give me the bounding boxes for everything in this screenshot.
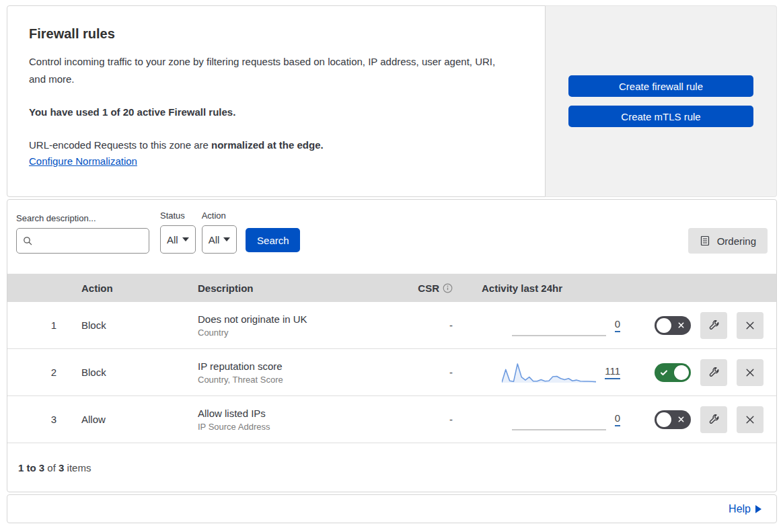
pagination-summary: 1 to 3 of 3 items (7, 443, 776, 492)
intro-card: Firewall rules Control incoming traffic … (7, 5, 546, 197)
rule-priority: 2 (7, 367, 68, 378)
action-filter-group: Action All (202, 211, 237, 254)
action-label: Action (202, 211, 237, 221)
rule-description-cell: Does not originate in UK Country (198, 313, 404, 338)
x-icon (677, 416, 685, 423)
header-activity: Activity last 24hr (472, 282, 626, 294)
ordering-button[interactable]: Ordering (688, 228, 768, 254)
create-firewall-rule-button[interactable]: Create firewall rule (568, 75, 753, 97)
rule-description: Does not originate in UK (198, 313, 404, 325)
edit-rule-button[interactable] (700, 359, 727, 386)
table-row: 2 Block IP reputation score Country, Thr… (7, 349, 776, 396)
wrench-icon (708, 319, 720, 331)
wrench-icon (708, 367, 720, 378)
rule-controls (626, 312, 776, 339)
toggle-knob (657, 318, 671, 333)
configure-normalization-link[interactable]: Configure Normalization (29, 155, 137, 167)
rule-csr: - (404, 414, 472, 425)
delete-rule-button[interactable] (737, 406, 764, 433)
info-icon[interactable] (443, 283, 453, 293)
edit-rule-button[interactable] (700, 312, 727, 339)
ordering-label: Ordering (717, 235, 756, 247)
rule-priority: 3 (7, 414, 68, 425)
rule-action: Allow (68, 414, 198, 425)
rule-description: Allow listed IPs (198, 408, 404, 419)
action-dropdown-value: All (209, 234, 220, 245)
normalization-note: URL-encoded Requests to this zone are no… (29, 137, 518, 154)
rules-list-card: Search description... Status All Action (7, 199, 777, 492)
header-csr: CSR (404, 282, 472, 294)
table-row: 3 Allow Allow listed IPs IP Source Addre… (7, 396, 776, 443)
header-action: Action (68, 282, 198, 294)
rule-controls (626, 359, 776, 386)
header-description: Description (198, 282, 404, 294)
help-bar: Help (7, 494, 777, 523)
normalization-bold-text: normalized at the edge. (211, 139, 324, 151)
actions-panel: Create firewall rule Create mTLS rule (546, 5, 777, 197)
delete-rule-button[interactable] (737, 359, 764, 386)
help-link[interactable]: Help (729, 503, 761, 515)
activity-sparkline (502, 361, 596, 384)
toggle-knob (674, 365, 689, 380)
rule-action: Block (68, 319, 198, 331)
items-total: 3 (59, 462, 64, 473)
search-input[interactable] (37, 235, 143, 246)
check-icon (660, 369, 668, 377)
chevron-down-icon (223, 237, 230, 241)
activity-count-link[interactable]: 0 (615, 318, 620, 332)
search-group: Search description... (16, 213, 149, 254)
page-description: Control incoming traffic to your zone by… (29, 53, 513, 88)
close-icon (745, 414, 755, 425)
chevron-down-icon (182, 237, 189, 241)
filter-bar: Search description... Status All Action (7, 200, 776, 274)
rule-description: IP reputation score (198, 360, 404, 372)
firewall-rules-page: Firewall rules Control incoming traffic … (7, 5, 777, 523)
rule-description-cell: Allow listed IPs IP Source Address (198, 408, 404, 432)
rule-fields: Country (198, 328, 404, 338)
action-dropdown[interactable]: All (202, 225, 237, 254)
rule-action: Block (68, 367, 198, 378)
rule-enabled-toggle[interactable] (655, 316, 691, 335)
activity-count-link[interactable]: 0 (615, 412, 620, 426)
rule-csr: - (404, 319, 472, 331)
activity-count-link[interactable]: 111 (605, 365, 620, 379)
normalization-text: URL-encoded Requests to this zone are (29, 139, 211, 151)
rule-fields: Country, Threat Score (198, 375, 404, 385)
rule-priority: 1 (7, 319, 68, 331)
search-button[interactable]: Search (246, 228, 300, 252)
ordering-icon (700, 235, 710, 246)
wrench-icon (708, 414, 720, 425)
close-icon (745, 320, 755, 331)
status-filter-group: Status All (160, 211, 196, 254)
activity-sparkline (512, 314, 606, 337)
edit-rule-button[interactable] (700, 406, 727, 433)
x-icon (677, 321, 685, 329)
search-icon (22, 235, 33, 246)
table-row: 1 Block Does not originate in UK Country… (7, 302, 776, 349)
toggle-knob (657, 412, 671, 427)
rule-activity-cell: 0 (472, 408, 626, 431)
usage-summary: You have used 1 of 20 active Firewall ru… (29, 106, 518, 118)
rule-controls (626, 406, 776, 433)
table-header: Action Description CSR Activity last 24h… (7, 274, 776, 302)
rule-activity-cell: 111 (472, 361, 626, 384)
items-of-text: of (44, 462, 59, 473)
top-section: Firewall rules Control incoming traffic … (7, 5, 777, 197)
status-dropdown[interactable]: All (160, 225, 196, 254)
rule-description-cell: IP reputation score Country, Threat Scor… (198, 360, 404, 385)
page-title: Firewall rules (29, 26, 518, 42)
delete-rule-button[interactable] (737, 312, 764, 339)
csr-label: CSR (418, 282, 439, 294)
help-label: Help (729, 503, 751, 515)
status-dropdown-value: All (167, 234, 178, 245)
activity-sparkline (512, 408, 606, 431)
search-label: Search description... (16, 213, 149, 223)
rule-enabled-toggle[interactable] (655, 410, 691, 429)
search-box[interactable] (16, 228, 149, 254)
create-mtls-rule-button[interactable]: Create mTLS rule (568, 106, 753, 127)
rule-activity-cell: 0 (472, 314, 626, 337)
items-range: 1 to 3 (18, 462, 44, 473)
rule-enabled-toggle[interactable] (655, 363, 691, 382)
rule-csr: - (404, 367, 472, 378)
rule-fields: IP Source Address (198, 422, 404, 432)
